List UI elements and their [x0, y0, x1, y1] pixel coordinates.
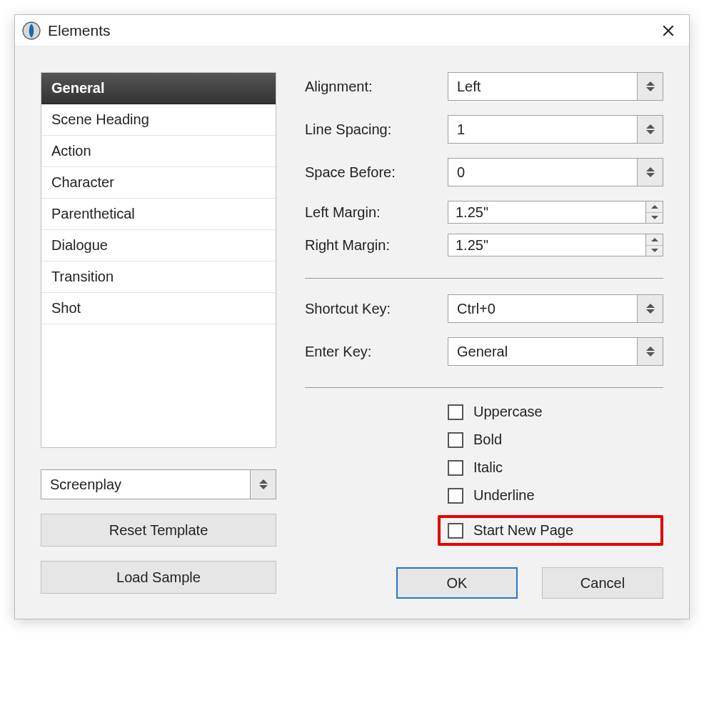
load-sample-button[interactable]: Load Sample	[41, 561, 276, 594]
cancel-button[interactable]: Cancel	[542, 567, 663, 599]
line-spacing-select[interactable]: 1	[448, 115, 663, 144]
line-spacing-value: 1	[448, 116, 637, 143]
reset-template-button[interactable]: Reset Template	[41, 514, 276, 547]
list-item-general[interactable]: General	[41, 73, 276, 104]
shortcut-key-value: Ctrl+0	[448, 295, 637, 322]
checkbox-icon	[448, 523, 463, 539]
enter-key-label: Enter Key:	[305, 344, 448, 360]
right-margin-label: Right Margin:	[305, 237, 448, 254]
italic-checkbox[interactable]: Italic	[448, 459, 663, 476]
checkbox-label: Italic	[473, 459, 503, 476]
dialog-body: General Scene Heading Action Character P…	[15, 46, 689, 619]
template-select[interactable]: Screenplay	[41, 469, 276, 499]
checkbox-icon	[448, 460, 463, 476]
stepper-icon	[637, 338, 663, 365]
list-item-transition[interactable]: Transition	[41, 261, 276, 293]
dialog-title: Elements	[48, 22, 656, 39]
start-new-page-checkbox[interactable]: Start New Page	[448, 522, 573, 539]
left-margin-stepper[interactable]: 1.25"	[448, 201, 663, 224]
line-spacing-label: Line Spacing:	[305, 121, 448, 138]
underline-checkbox[interactable]: Underline	[448, 487, 663, 504]
divider	[305, 387, 663, 388]
checkbox-icon	[448, 432, 463, 448]
element-type-list: General Scene Heading Action Character P…	[41, 72, 276, 448]
list-item-action[interactable]: Action	[41, 136, 276, 167]
enter-key-value: General	[448, 338, 637, 365]
stepper-icon	[637, 159, 663, 186]
alignment-select[interactable]: Left	[448, 72, 663, 101]
list-item-dialogue[interactable]: Dialogue	[41, 230, 276, 261]
space-before-value: 0	[448, 159, 637, 186]
right-column: Alignment: Left Line Spacing: 1	[305, 72, 663, 599]
spinner-buttons[interactable]	[645, 234, 663, 256]
shortcut-key-label: Shortcut Key:	[305, 301, 448, 317]
alignment-label: Alignment:	[305, 79, 448, 95]
enter-key-select[interactable]: General	[448, 337, 663, 366]
elements-dialog: Elements General Scene Heading Action Ch…	[14, 14, 690, 619]
titlebar: Elements	[15, 15, 689, 46]
left-margin-label: Left Margin:	[305, 204, 448, 221]
checkbox-label: Uppercase	[473, 404, 543, 420]
ok-button[interactable]: OK	[396, 567, 518, 599]
divider	[305, 278, 663, 279]
checkbox-icon	[448, 404, 463, 420]
dialog-footer: OK Cancel	[305, 567, 663, 599]
stepper-icon	[637, 73, 663, 100]
app-icon	[22, 21, 41, 40]
template-select-value: Screenplay	[41, 470, 250, 499]
left-column: General Scene Heading Action Character P…	[41, 72, 276, 599]
list-item-shot[interactable]: Shot	[41, 293, 276, 324]
checkbox-group: Uppercase Bold Italic Underline	[448, 404, 663, 546]
left-margin-value: 1.25"	[448, 201, 645, 223]
checkbox-label: Underline	[473, 487, 535, 504]
right-margin-value: 1.25"	[448, 234, 645, 256]
stepper-icon	[250, 470, 276, 499]
space-before-select[interactable]: 0	[448, 158, 663, 186]
shortcut-key-select[interactable]: Ctrl+0	[448, 294, 663, 323]
list-item-parenthetical[interactable]: Parenthetical	[41, 199, 276, 230]
space-before-label: Space Before:	[305, 164, 448, 181]
stepper-icon	[637, 116, 663, 143]
bold-checkbox[interactable]: Bold	[448, 432, 663, 448]
checkbox-label: Bold	[473, 432, 502, 448]
alignment-value: Left	[448, 73, 637, 100]
spinner-buttons[interactable]	[645, 201, 663, 223]
start-new-page-highlight: Start New Page	[438, 515, 663, 546]
stepper-icon	[637, 295, 663, 322]
checkbox-icon	[448, 488, 463, 504]
checkbox-label: Start New Page	[473, 522, 573, 539]
close-button[interactable]	[656, 19, 680, 43]
list-item-character[interactable]: Character	[41, 167, 276, 199]
right-margin-stepper[interactable]: 1.25"	[448, 234, 663, 256]
list-item-scene-heading[interactable]: Scene Heading	[41, 104, 276, 136]
uppercase-checkbox[interactable]: Uppercase	[448, 404, 663, 420]
